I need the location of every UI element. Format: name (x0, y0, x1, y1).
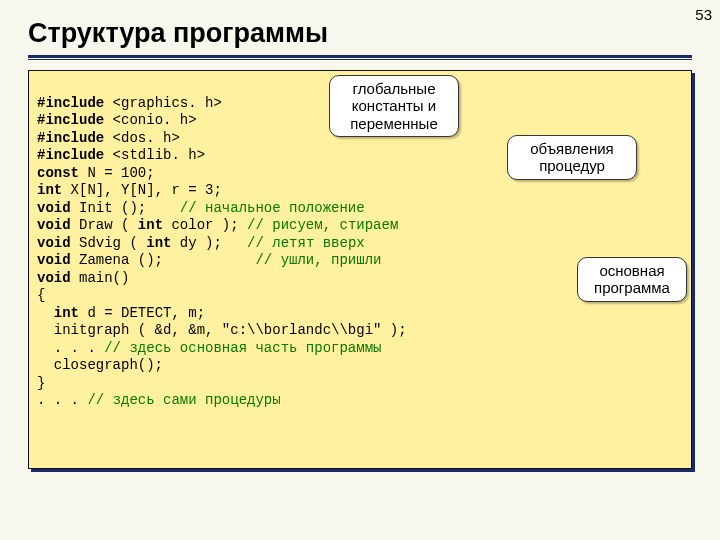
keyword: void (37, 200, 71, 216)
keyword: void (37, 217, 71, 233)
code-line: void Sdvig ( int dy ); // летят вверх (37, 235, 365, 251)
code-text: Zamena (); (71, 252, 256, 268)
keyword: const (37, 165, 79, 181)
comment: // летят вверх (247, 235, 365, 251)
comment: // рисуем, стираем (247, 217, 398, 233)
code-text: Sdvig ( (71, 235, 147, 251)
code-line: void Init (); // начальное положение (37, 200, 365, 216)
code-text: dy ); (171, 235, 247, 251)
page-title: Структура программы (0, 0, 720, 55)
code-block: #include <graphics. h> #include <conio. … (28, 70, 692, 469)
keyword: #include (37, 95, 104, 111)
code-text: <conio. h> (104, 112, 196, 128)
code-text: main() (71, 270, 130, 286)
code-line: #include <dos. h> (37, 130, 180, 146)
code-text: . . . (37, 392, 87, 408)
comment: // здесь сами процедуры (87, 392, 280, 408)
code-line: closegraph(); (37, 357, 163, 373)
code-line: . . . // здесь основная часть программы (37, 340, 381, 356)
comment: // здесь основная часть программы (104, 340, 381, 356)
code-line: initgraph ( &d, &m, "c:\\borlandc\\bgi" … (37, 322, 407, 338)
code-text: X[N], Y[N], r = 3; (62, 182, 222, 198)
code-line: #include <conio. h> (37, 112, 197, 128)
comment: // ушли, пришли (255, 252, 381, 268)
code-text (37, 305, 54, 321)
code-line: const N = 100; (37, 165, 155, 181)
page-number: 53 (695, 6, 712, 23)
keyword: int (37, 182, 62, 198)
code-text: Init (); (71, 200, 180, 216)
keyword: #include (37, 112, 104, 128)
code-text: Draw ( (71, 217, 138, 233)
code-line: void main() (37, 270, 129, 286)
code-line: void Draw ( int color ); // рисуем, стир… (37, 217, 398, 233)
code-line: { (37, 287, 45, 303)
keyword: #include (37, 147, 104, 163)
code-text: N = 100; (79, 165, 155, 181)
keyword: #include (37, 130, 104, 146)
code-line: . . . // здесь сами процедуры (37, 392, 281, 408)
code-line: #include <graphics. h> (37, 95, 222, 111)
annotation-main: основная программа (577, 257, 687, 302)
annotation-declarations: объявления процедур (507, 135, 637, 180)
code-line: #include <stdlib. h> (37, 147, 205, 163)
code-text: <graphics. h> (104, 95, 222, 111)
code-text: . . . (37, 340, 104, 356)
divider (28, 55, 692, 58)
code-line: int X[N], Y[N], r = 3; (37, 182, 222, 198)
divider (28, 59, 692, 60)
keyword: int (138, 217, 163, 233)
code-text: d = DETECT, m; (79, 305, 205, 321)
code-line: int d = DETECT, m; (37, 305, 205, 321)
keyword: void (37, 270, 71, 286)
keyword: void (37, 235, 71, 251)
comment: // начальное положение (180, 200, 365, 216)
code-text: <stdlib. h> (104, 147, 205, 163)
code-line: void Zamena (); // ушли, пришли (37, 252, 381, 268)
code-text: <dos. h> (104, 130, 180, 146)
code-line: } (37, 375, 45, 391)
keyword: void (37, 252, 71, 268)
keyword: int (54, 305, 79, 321)
annotation-globals: глобальные константы и переменные (329, 75, 459, 137)
keyword: int (146, 235, 171, 251)
code-text: color ); (163, 217, 247, 233)
